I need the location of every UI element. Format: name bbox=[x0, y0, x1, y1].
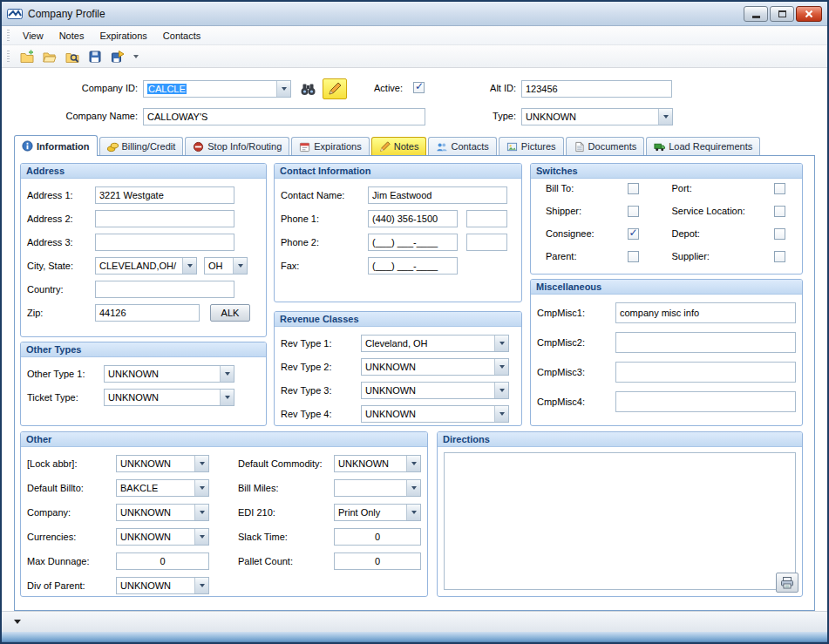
max-dunnage-input[interactable] bbox=[116, 552, 209, 570]
div-of-parent-combo[interactable]: UNKNOWN bbox=[116, 577, 209, 594]
calendar-icon bbox=[299, 141, 310, 153]
state-combo[interactable]: OH bbox=[204, 257, 248, 275]
tab-billing-credit[interactable]: Billing/Credit bbox=[99, 137, 184, 155]
phone2-ext-input[interactable] bbox=[466, 234, 507, 251]
print-directions-button[interactable] bbox=[776, 573, 798, 593]
alk-button[interactable]: ALK bbox=[210, 304, 250, 322]
port-checkbox[interactable] bbox=[774, 183, 785, 194]
chevron-down-icon bbox=[406, 505, 420, 520]
cmpmisc4-label: CmpMisc4: bbox=[537, 397, 615, 407]
app-icon bbox=[7, 7, 23, 21]
find-company-button[interactable] bbox=[62, 47, 83, 66]
bill-to-checkbox[interactable] bbox=[628, 183, 639, 194]
tab-documents[interactable]: Documents bbox=[566, 137, 645, 155]
address1-input[interactable] bbox=[95, 186, 234, 204]
default-commodity-label: Default Commodity: bbox=[238, 458, 334, 469]
consignee-checkbox[interactable] bbox=[628, 228, 639, 240]
rev-type4-combo[interactable]: UNKNOWN bbox=[361, 405, 509, 423]
people-icon bbox=[436, 141, 447, 153]
cmpmisc4-input[interactable] bbox=[615, 391, 796, 412]
service-location-checkbox[interactable] bbox=[774, 206, 785, 217]
new-company-button[interactable] bbox=[17, 47, 37, 66]
address2-input[interactable] bbox=[95, 210, 234, 227]
save-button[interactable] bbox=[85, 47, 105, 66]
active-checkbox[interactable] bbox=[413, 82, 425, 93]
tab-expirations[interactable]: Expirations bbox=[291, 137, 369, 155]
supplier-checkbox[interactable] bbox=[774, 251, 785, 262]
menu-item-view[interactable]: View bbox=[15, 28, 51, 44]
tab-pictures[interactable]: Pictures bbox=[499, 137, 564, 155]
minimize-button[interactable] bbox=[744, 6, 768, 22]
company-combo[interactable]: UNKNOWN bbox=[116, 504, 209, 521]
tab-contacts[interactable]: Contacts bbox=[428, 137, 496, 155]
default-commodity-combo[interactable]: UNKNOWN bbox=[334, 455, 421, 472]
pallet-count-input[interactable] bbox=[334, 552, 421, 570]
country-input[interactable] bbox=[95, 281, 234, 298]
close-button[interactable] bbox=[796, 6, 822, 22]
rev-type1-combo[interactable]: Cleveland, OH bbox=[361, 335, 509, 352]
other-type1-combo[interactable]: UNKNOWN bbox=[104, 365, 234, 383]
tab-load-requirements[interactable]: Load Requirements bbox=[646, 137, 760, 155]
depot-checkbox[interactable] bbox=[774, 228, 785, 240]
company-profile-window: Company Profile View Notes Expirations C… bbox=[0, 0, 829, 644]
city-combo[interactable]: CLEVELAND,OH/ bbox=[95, 257, 197, 275]
open-company-button[interactable] bbox=[39, 47, 60, 66]
cmpmisc3-input[interactable] bbox=[615, 362, 796, 383]
phone1-input[interactable] bbox=[368, 210, 458, 227]
minimize-icon bbox=[752, 16, 760, 18]
edi-210-combo[interactable]: Print Only bbox=[334, 504, 421, 521]
company-name-input[interactable] bbox=[143, 108, 425, 125]
chevron-down-icon bbox=[194, 529, 208, 545]
fax-input[interactable] bbox=[368, 257, 458, 275]
rev-type2-combo[interactable]: UNKNOWN bbox=[361, 358, 509, 376]
contact-name-input[interactable] bbox=[368, 186, 507, 204]
revenue-classes-group-title: Revenue Classes bbox=[275, 312, 521, 327]
state-value: OH bbox=[205, 261, 233, 271]
slack-time-input[interactable] bbox=[334, 528, 421, 546]
cmpmisc2-input[interactable] bbox=[615, 332, 796, 353]
edit-notes-button[interactable] bbox=[323, 78, 347, 99]
chevron-down-icon bbox=[233, 258, 247, 274]
expand-panel-icon[interactable] bbox=[14, 620, 21, 624]
directions-group-title: Directions bbox=[438, 432, 802, 447]
toolbar bbox=[2, 45, 827, 68]
menu-item-contacts[interactable]: Contacts bbox=[155, 28, 208, 44]
tab-information[interactable]: Information bbox=[14, 135, 98, 156]
bill-miles-combo[interactable] bbox=[334, 479, 421, 497]
type-value: UNKNOWN bbox=[522, 112, 658, 122]
country-label: Country: bbox=[27, 284, 95, 295]
city-state-label: City, State: bbox=[27, 261, 95, 271]
rev-type3-combo[interactable]: UNKNOWN bbox=[361, 382, 509, 399]
parent-checkbox[interactable] bbox=[628, 251, 639, 262]
phone1-ext-input[interactable] bbox=[466, 210, 507, 227]
currencies-combo[interactable]: UNKNOWN bbox=[116, 528, 209, 546]
zip-input[interactable] bbox=[95, 304, 200, 322]
type-combo[interactable]: UNKNOWN bbox=[521, 108, 673, 125]
company-id-combo[interactable]: CALCLE bbox=[143, 80, 291, 98]
menu-item-expirations[interactable]: Expirations bbox=[92, 28, 154, 44]
miscellaneous-group: Miscellaneous CmpMisc1: CmpMisc2: CmpMis… bbox=[530, 279, 803, 426]
ticket-type-combo[interactable]: UNKNOWN bbox=[104, 389, 234, 406]
find-button[interactable] bbox=[296, 78, 319, 99]
phone2-input[interactable] bbox=[368, 234, 458, 251]
chevron-down-icon bbox=[658, 109, 672, 125]
currencies-label: Currencies: bbox=[27, 532, 116, 542]
header-fields: Company ID: CALCLE Active: Alt ID: Compa… bbox=[2, 68, 827, 134]
maximize-button[interactable] bbox=[770, 6, 794, 22]
cmpmisc1-input[interactable] bbox=[615, 302, 796, 323]
lock-abbr-combo[interactable]: UNKNOWN bbox=[116, 455, 209, 472]
address2-label: Address 2: bbox=[27, 214, 95, 224]
address3-input[interactable] bbox=[95, 234, 234, 251]
menu-item-notes[interactable]: Notes bbox=[51, 28, 92, 44]
tab-stop-info-routing[interactable]: Stop Info/Routing bbox=[185, 137, 289, 155]
export-button[interactable] bbox=[107, 47, 128, 66]
toolbar-overflow-button[interactable] bbox=[133, 55, 139, 58]
alt-id-input[interactable] bbox=[521, 80, 672, 98]
shipper-checkbox[interactable] bbox=[628, 206, 639, 217]
default-billto-combo[interactable]: BAKCLE bbox=[116, 479, 209, 497]
tab-notes[interactable]: Notes bbox=[371, 137, 427, 155]
edi-210-label: EDI 210: bbox=[238, 507, 334, 518]
cmpmisc3-label: CmpMisc3: bbox=[537, 367, 615, 377]
directions-textarea[interactable] bbox=[444, 452, 796, 590]
chevron-down-icon bbox=[220, 390, 234, 405]
